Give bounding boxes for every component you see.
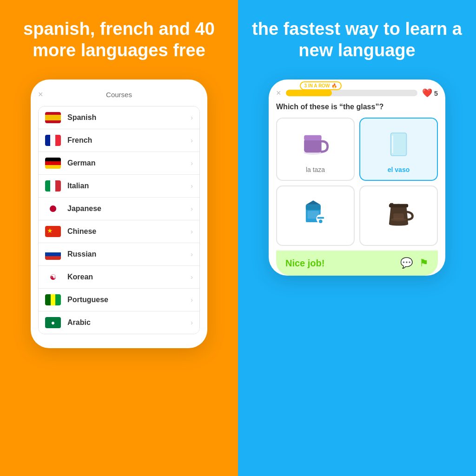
list-item[interactable]: Korean ›	[39, 266, 199, 289]
nice-job-bar: Nice job! 💬 ⚑	[276, 251, 438, 276]
course-name: French	[67, 136, 191, 145]
flag-portuguese	[45, 294, 61, 305]
course-name: Korean	[67, 273, 191, 281]
quiz-question: Which of these is “the glass”?	[276, 103, 438, 111]
svg-rect-2	[304, 135, 322, 140]
chevron-icon: ›	[191, 159, 193, 167]
list-item[interactable]: French ›	[39, 129, 199, 152]
list-item[interactable]: Russian ›	[39, 243, 199, 266]
hearts-container: ❤️ 5	[422, 88, 438, 98]
mug-image	[297, 125, 334, 162]
svg-rect-15	[389, 204, 408, 207]
right-phone-frame: × 3 IN A ROW 🔥 ❤️ 5 Which of these is “t…	[269, 79, 445, 276]
streak-badge: 3 IN A ROW 🔥	[300, 81, 342, 90]
course-name: German	[67, 159, 191, 167]
phone-header: × Courses	[38, 91, 200, 99]
course-name: Arabic	[67, 318, 191, 327]
answer-grid: la taza el vaso	[276, 118, 438, 246]
list-item[interactable]: Italian ›	[39, 175, 199, 198]
chevron-icon: ›	[191, 205, 193, 212]
list-item[interactable]: Spanish ›	[39, 106, 199, 129]
flag-russian	[45, 249, 61, 260]
chevron-icon: ›	[191, 182, 193, 190]
list-item[interactable]: Japanese ›	[39, 198, 199, 220]
right-headline: the fastest way to learn a new language	[252, 19, 462, 61]
chevron-icon: ›	[191, 296, 193, 304]
flag-italian	[45, 180, 61, 192]
courses-title: Courses	[106, 91, 132, 99]
course-name: Italian	[67, 182, 191, 190]
left-panel: spanish, french and 40 more languages fr…	[0, 0, 238, 476]
list-item[interactable]: German ›	[39, 152, 199, 175]
pot-image	[380, 193, 417, 230]
quiz-header: × 3 IN A ROW 🔥 ❤️ 5	[276, 88, 438, 98]
chevron-icon: ›	[191, 319, 193, 326]
course-name: Russian	[67, 250, 191, 258]
flag-chinese	[45, 226, 61, 237]
flag-japanese	[45, 203, 61, 214]
answer-card-mug[interactable]: la taza	[276, 118, 355, 181]
nice-job-icons: 💬 ⚑	[400, 257, 429, 269]
answer-label-glass: el vaso	[388, 166, 410, 173]
course-name: Chinese	[67, 227, 191, 236]
carton-image	[297, 193, 334, 230]
left-phone-frame: × Courses Spanish › French › German ›	[31, 79, 207, 348]
flag-german	[45, 158, 61, 169]
chevron-icon: ›	[191, 114, 193, 121]
quiz-close-icon[interactable]: ×	[276, 88, 281, 98]
svg-rect-17	[393, 213, 404, 219]
close-icon[interactable]: ×	[38, 90, 43, 99]
hearts-count: 5	[434, 89, 438, 97]
fire-icon: 🔥	[331, 83, 337, 88]
svg-point-12	[319, 219, 323, 223]
chevron-icon: ›	[191, 273, 193, 281]
course-name: Spanish	[67, 113, 191, 122]
glass-image	[380, 125, 417, 162]
progress-bar-fill	[286, 90, 332, 96]
list-item[interactable]: Portuguese ›	[39, 289, 199, 311]
svg-rect-1	[304, 139, 322, 152]
progress-container: 3 IN A ROW 🔥	[286, 90, 417, 96]
list-item[interactable]: Arabic ›	[39, 311, 199, 334]
svg-rect-7	[306, 205, 321, 210]
nice-job-text: Nice job!	[285, 258, 324, 269]
flag-spanish	[45, 112, 61, 123]
left-headline: spanish, french and 40 more languages fr…	[14, 19, 224, 61]
course-name: Portuguese	[67, 296, 191, 304]
progress-bar-background	[286, 90, 417, 96]
svg-marker-8	[306, 200, 321, 205]
flag-arabic	[45, 317, 61, 328]
chevron-icon: ›	[191, 251, 193, 258]
chevron-icon: ›	[191, 228, 193, 235]
answer-label-mug: la taza	[306, 166, 325, 173]
right-panel: the fastest way to learn a new language …	[238, 0, 476, 476]
flag-icon[interactable]: ⚑	[419, 257, 429, 269]
svg-rect-4	[392, 134, 406, 155]
chat-icon[interactable]: 💬	[400, 257, 413, 269]
flag-french	[45, 135, 61, 146]
answer-card-carton[interactable]	[276, 185, 355, 246]
answer-card-pot[interactable]	[359, 185, 438, 246]
answer-card-glass[interactable]: el vaso	[359, 118, 438, 181]
heart-icon: ❤️	[422, 88, 432, 98]
svg-rect-11	[317, 217, 324, 218]
flag-korean	[45, 271, 61, 283]
list-item[interactable]: Chinese ›	[39, 220, 199, 243]
course-list: Spanish › French › German › Italian ›	[38, 106, 200, 334]
streak-label: 3 IN A ROW	[304, 83, 330, 88]
chevron-icon: ›	[191, 137, 193, 144]
course-name: Japanese	[67, 205, 191, 213]
